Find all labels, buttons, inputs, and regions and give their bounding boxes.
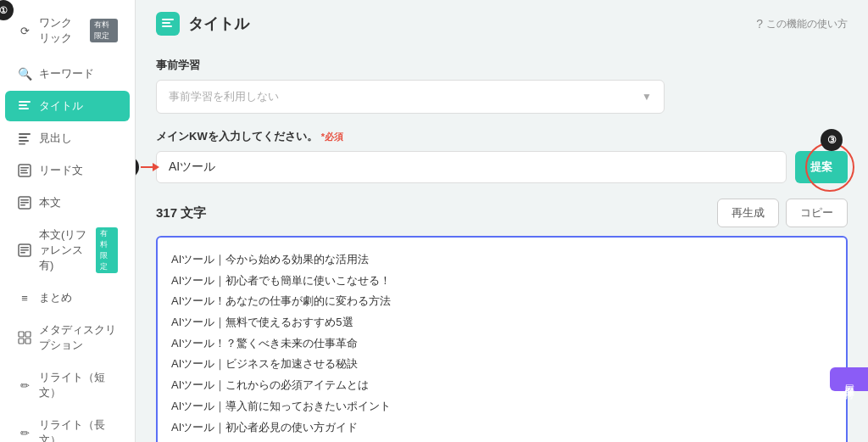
body-ref-icon	[17, 243, 32, 258]
sidebar-label: キーワード	[39, 66, 94, 81]
result-line: AIツール｜これからの必須アイテムとは	[171, 375, 832, 396]
sidebar-item-one-click[interactable]: ⟳ ワンクリック 有料限定	[5, 8, 130, 53]
paid-badge: 有料限定	[90, 19, 118, 42]
summary-icon: ≡	[17, 290, 32, 305]
svg-rect-19	[19, 332, 24, 337]
regenerate-button[interactable]: 再生成	[717, 199, 779, 227]
sidebar-label: ワンクリック	[39, 15, 81, 46]
result-line: AIツール｜ビジネスを加速させる秘訣	[171, 354, 832, 375]
result-actions: 再生成 コピー	[717, 199, 848, 227]
rewrite-long-icon: ✏	[17, 425, 32, 440]
sidebar-item-lead[interactable]: リード文	[5, 155, 130, 186]
input-row: ② AIツール ③ 提案	[156, 151, 848, 183]
char-count: 317 文字	[156, 205, 206, 221]
pre-learning-label: 事前学習	[156, 58, 848, 73]
svg-rect-0	[19, 101, 31, 103]
result-line: AIツール｜すぐに使える具体的な活用事例	[171, 438, 832, 442]
propose-button[interactable]: 提案	[795, 151, 848, 183]
result-header: 317 文字 再生成 コピー	[156, 199, 848, 227]
pre-learning-value: 事前学習を利用しない	[169, 89, 279, 104]
sidebar-label: タイトル	[39, 98, 83, 114]
sidebar-item-body[interactable]: 本文	[5, 187, 130, 218]
svg-rect-1	[19, 104, 27, 106]
lead-icon	[17, 163, 32, 178]
rewrite-short-icon: ✏	[17, 378, 32, 393]
help-icon: ?	[756, 17, 763, 31]
header-left: タイトル	[156, 12, 249, 36]
paid-badge: 有料限定	[96, 227, 118, 273]
kw-input[interactable]: AIツール	[156, 151, 787, 183]
body-icon	[17, 195, 32, 210]
svg-rect-26	[162, 19, 174, 20]
main-content: タイトル ? この機能の使い方 事前学習 事前学習を利用しない ▼ メインKWを…	[136, 0, 868, 442]
result-line: AIツール！あなたの仕事が劇的に変わる方法	[171, 291, 832, 312]
sidebar-label: リライト（短文）	[39, 370, 118, 400]
svg-rect-3	[19, 133, 31, 135]
result-section: 317 文字 再生成 コピー AIツール｜今から始める効果的な活用法AIツール｜…	[156, 199, 848, 442]
kw-label: メインKWを入力してください。*必須	[156, 129, 848, 144]
sidebar-item-heading[interactable]: 見出し	[5, 123, 130, 154]
header-icon	[156, 12, 180, 36]
svg-rect-8	[20, 167, 29, 169]
annotation-3: ③	[821, 129, 843, 151]
svg-rect-22	[25, 338, 31, 344]
required-marker: *必須	[321, 131, 343, 142]
sidebar-label: メタディスクリプション	[39, 322, 118, 353]
svg-rect-18	[20, 252, 25, 254]
sidebar-item-rewrite-long[interactable]: ✏ リライト（長文）	[5, 410, 130, 442]
sidebar-label: 本文	[39, 195, 61, 210]
pre-learning-select[interactable]: 事前学習を利用しない ▼	[156, 80, 665, 114]
result-line: AIツール｜初心者必見の使い方ガイド	[171, 417, 832, 439]
svg-rect-21	[19, 338, 24, 344]
sidebar-label: 見出し	[39, 131, 72, 146]
pre-learning-section: 事前学習 事前学習を利用しない ▼	[156, 58, 848, 114]
sidebar-item-meta[interactable]: メタディスクリプション	[5, 315, 130, 361]
sidebar-item-summary[interactable]: ≡ まとめ	[5, 283, 130, 313]
svg-rect-27	[162, 22, 170, 24]
result-box: AIツール｜今から始める効果的な活用法AIツール｜初心者でも簡単に使いこなせる！…	[156, 236, 848, 442]
sidebar-item-keyword[interactable]: 🔍 キーワード	[5, 59, 130, 89]
heading-icon	[17, 131, 32, 146]
svg-rect-10	[20, 172, 28, 174]
svg-rect-20	[25, 332, 31, 337]
svg-rect-9	[20, 170, 27, 171]
sidebar-label: まとめ	[39, 290, 72, 305]
sidebar-item-title[interactable]: タイトル	[5, 91, 130, 121]
sidebar-label: リード文	[39, 163, 83, 178]
result-line: AIツール｜今から始める効果的な活用法	[171, 249, 832, 271]
search-icon: 🔍	[17, 66, 32, 81]
result-line: AIツール｜無料で使えるおすすめ5選	[171, 312, 832, 333]
propose-btn-wrapper: ③ 提案	[795, 151, 848, 183]
help-text: この機能の使い方	[766, 17, 848, 31]
svg-rect-5	[19, 140, 29, 142]
svg-rect-12	[20, 199, 29, 201]
help-link[interactable]: ? この機能の使い方	[756, 17, 848, 31]
page-title: タイトル	[188, 14, 249, 34]
kw-section: メインKWを入力してください。*必須 ② AIツール ③	[156, 129, 848, 183]
svg-rect-6	[19, 143, 25, 145]
chevron-down-icon: ▼	[642, 91, 652, 103]
svg-rect-2	[19, 108, 29, 109]
main-body: 事前学習 事前学習を利用しない ▼ メインKWを入力してください。*必須 ②	[136, 44, 868, 442]
floating-save-button[interactable]: 履歴保持	[830, 367, 868, 391]
svg-rect-4	[19, 137, 27, 138]
arrow-2-indicator	[141, 163, 159, 171]
sidebar-item-rewrite-short[interactable]: ✏ リライト（短文）	[5, 362, 130, 408]
result-line: AIツール｜導入前に知っておきたいポイント	[171, 396, 832, 417]
meta-icon	[17, 330, 32, 345]
copy-button[interactable]: コピー	[786, 199, 848, 227]
result-line: AIツール！？驚くべき未来の仕事革命	[171, 333, 832, 355]
svg-rect-13	[20, 202, 29, 204]
sidebar-item-body-ref[interactable]: 本文(リファレンス有) 有料限定	[5, 220, 130, 281]
sync-icon: ⟳	[17, 23, 32, 38]
sidebar: ① ⟳ ワンクリック 有料限定 🔍 キーワード タイトル	[0, 0, 136, 442]
sidebar-label: 本文(リファレンス有)	[39, 227, 87, 273]
svg-rect-14	[20, 204, 25, 206]
result-line: AIツール｜初心者でも簡単に使いこなせる！	[171, 271, 832, 292]
annotation-2: ②	[136, 156, 139, 178]
title-icon	[17, 98, 32, 114]
svg-rect-16	[20, 247, 29, 249]
svg-rect-28	[162, 25, 172, 27]
sidebar-label: リライト（長文）	[39, 417, 118, 442]
svg-rect-17	[20, 249, 29, 251]
